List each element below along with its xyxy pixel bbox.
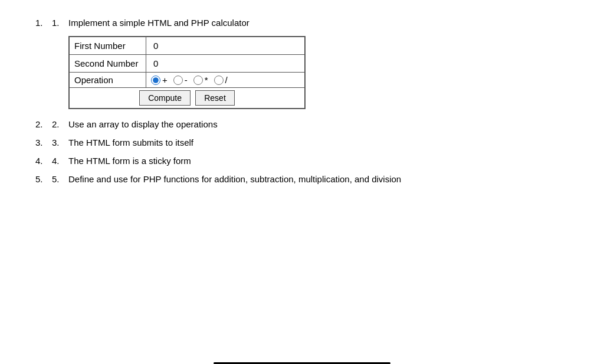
list-item-3: 3. The HTML form submits to itself <box>35 137 537 147</box>
list-number-2: 2. <box>52 119 68 129</box>
radio-group: + - * <box>151 75 300 85</box>
first-number-row: First Number <box>70 37 305 55</box>
radio-subtract-label[interactable]: - <box>173 75 188 85</box>
radio-add-text: + <box>162 75 168 85</box>
first-number-label: First Number <box>74 41 126 51</box>
list-item-3-text: The HTML form submits to itself <box>68 137 193 147</box>
first-number-input-cell <box>146 37 305 55</box>
first-number-input[interactable] <box>151 40 298 52</box>
buttons-row: Compute Reset <box>70 88 305 109</box>
buttons-cell: Compute Reset <box>70 88 305 109</box>
radio-subtract-text: - <box>185 75 188 85</box>
operation-label-cell: Operation <box>70 73 146 88</box>
list-item-5-text: Define and use for PHP functions for add… <box>68 174 401 184</box>
radio-subtract[interactable] <box>173 76 183 85</box>
list-number-4: 4. <box>52 156 68 166</box>
operation-label: Operation <box>74 75 113 85</box>
list-number-5: 5. <box>52 174 68 184</box>
radio-add[interactable] <box>151 76 160 85</box>
second-number-input[interactable] <box>151 57 298 70</box>
calculator-wrapper: First Number Second Number <box>68 34 306 111</box>
second-number-row: Second Number <box>70 55 305 73</box>
list-item-1-content: Implement a simple HTML and PHP calculat… <box>68 18 306 111</box>
list-item-4: 4. The HTML form is a sticky form <box>35 156 537 166</box>
main-content: 1. Implement a simple HTML and PHP calcu… <box>35 18 537 184</box>
compute-button[interactable]: Compute <box>139 90 191 106</box>
list-item-2-text: Use an array to display the operations <box>68 119 218 129</box>
radio-multiply-text: * <box>205 75 208 85</box>
calc-table: First Number Second Number <box>69 37 305 109</box>
radio-divide-text: / <box>225 75 228 85</box>
list-item-2: 2. Use an array to display the operation… <box>35 119 537 129</box>
radio-multiply-label[interactable]: * <box>193 75 208 85</box>
calculator-container: First Number Second Number <box>68 36 306 109</box>
operation-input-cell: + - * <box>146 73 305 88</box>
second-number-label-cell: Second Number <box>70 55 146 73</box>
heading-text: Implement a simple HTML and PHP calculat… <box>68 18 250 28</box>
radio-add-label[interactable]: + <box>151 75 168 85</box>
radio-divide[interactable] <box>214 76 224 85</box>
reset-button[interactable]: Reset <box>195 90 235 106</box>
radio-divide-label[interactable]: / <box>214 75 228 85</box>
list-item-1: 1. Implement a simple HTML and PHP calcu… <box>35 18 537 111</box>
radio-multiply[interactable] <box>193 76 203 85</box>
first-number-label-cell: First Number <box>70 37 146 55</box>
list-item-5: 5. Define and use for PHP functions for … <box>35 174 537 184</box>
list-number-3: 3. <box>52 137 68 147</box>
second-number-label: Second Number <box>74 58 138 68</box>
second-number-input-cell <box>146 55 305 73</box>
list-number-1: 1. <box>52 18 68 28</box>
operation-row: Operation + <box>70 73 305 88</box>
list-item-4-text: The HTML form is a sticky form <box>68 156 191 166</box>
